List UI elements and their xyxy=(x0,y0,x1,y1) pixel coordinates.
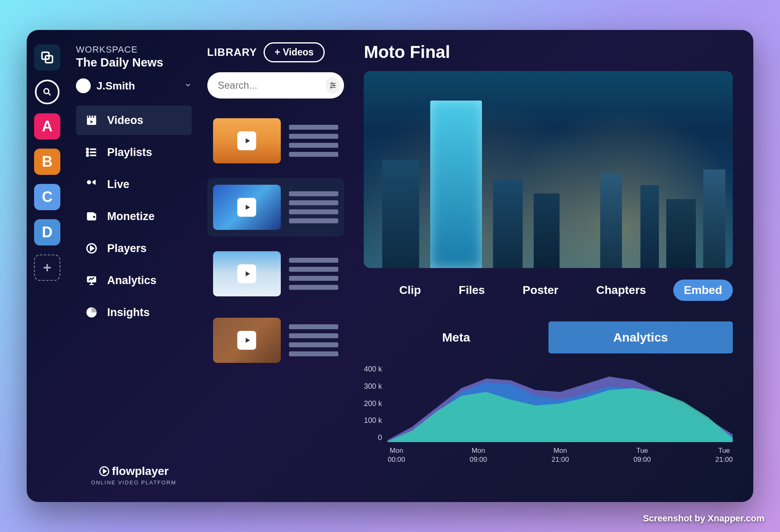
global-search-icon[interactable] xyxy=(35,80,60,104)
play-icon xyxy=(237,264,256,283)
chart-x-axis: Mon00:00Mon09:00Mon21:00Tue09:00Tue21:00 xyxy=(388,444,733,464)
video-meta-placeholder xyxy=(289,318,339,363)
svg-point-14 xyxy=(87,151,88,153)
svg-marker-28 xyxy=(103,470,106,473)
workspace-title: The Daily News xyxy=(76,56,192,69)
svg-marker-37 xyxy=(246,271,250,276)
nav-label: Insights xyxy=(107,306,150,319)
avatar xyxy=(76,78,91,93)
detail-tabs: Meta Analytics xyxy=(364,321,733,353)
svg-point-21 xyxy=(93,216,95,218)
search-input[interactable] xyxy=(218,75,326,96)
workspace-switcher-icon[interactable] xyxy=(34,44,60,71)
nav-monetize[interactable]: Monetize xyxy=(76,202,192,231)
nav-label: Monetize xyxy=(107,210,155,223)
tab-files[interactable]: Files xyxy=(448,280,496,301)
library-item[interactable] xyxy=(207,112,344,170)
svg-rect-9 xyxy=(91,116,92,118)
presentation-icon xyxy=(85,274,98,287)
nav-label: Playlists xyxy=(107,146,152,159)
tab-embed[interactable]: Embed xyxy=(673,280,733,301)
svg-marker-23 xyxy=(91,246,94,250)
video-thumbnail xyxy=(213,118,281,163)
video-preview[interactable] xyxy=(364,71,733,268)
brand-logo: flowplayer xyxy=(76,465,192,478)
chart-body: Mon00:00Mon09:00Mon21:00Tue09:00Tue21:00 xyxy=(388,365,733,459)
add-videos-button[interactable]: + Videos xyxy=(264,42,325,62)
video-thumbnail xyxy=(213,251,281,296)
live-icon xyxy=(85,178,98,191)
clapperboard-icon xyxy=(85,114,98,127)
svg-rect-10 xyxy=(93,116,94,118)
x-tick: Tue21:00 xyxy=(715,446,733,464)
analytics-chart: 400 k 300 k 200 k 100 k 0 Mon00:00Mon09:… xyxy=(364,365,733,459)
nav-analytics[interactable]: Analytics xyxy=(76,266,192,295)
detail-tab-analytics[interactable]: Analytics xyxy=(548,321,733,353)
tab-chapters[interactable]: Chapters xyxy=(585,280,656,301)
video-meta-placeholder xyxy=(289,118,339,163)
list-icon xyxy=(85,146,98,159)
svg-rect-20 xyxy=(87,212,94,214)
chevron-down-icon xyxy=(184,81,192,90)
svg-marker-36 xyxy=(246,205,250,210)
library-item[interactable] xyxy=(207,245,344,303)
nav-label: Players xyxy=(107,242,147,255)
user-name: J.Smith xyxy=(96,80,179,92)
workspace-shortcut-c[interactable]: C xyxy=(34,184,60,210)
pie-icon xyxy=(85,306,98,319)
detail-tab-meta[interactable]: Meta xyxy=(364,321,548,353)
svg-point-18 xyxy=(87,180,91,184)
screenshot-watermark: Screenshot by Xnapper.com xyxy=(643,513,764,524)
nav-label: Videos xyxy=(107,114,143,127)
workspace-label: WORKSPACE xyxy=(76,44,192,55)
library-item[interactable] xyxy=(207,311,344,369)
brand-footer: flowplayer ONLINE VIDEO PLATFORM xyxy=(76,465,192,490)
video-thumbnail xyxy=(213,318,281,363)
video-thumbnail xyxy=(213,185,281,230)
x-tick: Mon21:00 xyxy=(551,446,569,464)
library-header: LIBRARY + Videos xyxy=(207,42,344,62)
app-window: A B C D WORKSPACE The Daily News J.Smith xyxy=(27,30,753,502)
y-tick: 0 xyxy=(378,433,382,442)
tab-poster[interactable]: Poster xyxy=(512,280,569,301)
wallet-icon xyxy=(85,210,98,223)
user-menu[interactable]: J.Smith xyxy=(76,78,192,93)
nav-insights[interactable]: Insights xyxy=(76,298,192,327)
play-circle-icon xyxy=(85,242,98,255)
chart-svg xyxy=(388,365,733,442)
y-tick: 100 k xyxy=(364,416,382,425)
x-tick: Tue09:00 xyxy=(633,446,651,464)
play-icon xyxy=(237,131,256,150)
svg-point-12 xyxy=(87,149,88,150)
add-workspace-button[interactable] xyxy=(34,255,60,281)
workspace-shortcut-b[interactable]: B xyxy=(34,149,60,175)
svg-point-2 xyxy=(44,89,49,94)
svg-point-34 xyxy=(330,87,332,88)
play-icon xyxy=(237,198,256,217)
nav-live[interactable]: Live xyxy=(76,170,192,199)
brand-tagline: ONLINE VIDEO PLATFORM xyxy=(76,479,192,486)
workspace-shortcut-d[interactable]: D xyxy=(34,219,60,245)
sidebar: WORKSPACE The Daily News J.Smith Videos … xyxy=(68,30,200,502)
svg-point-16 xyxy=(87,155,88,156)
workspace-shortcut-a[interactable]: A xyxy=(34,113,60,140)
primary-nav: Videos Playlists Live Monetize xyxy=(76,105,192,327)
main-content: Moto Final Clip Files Poster Chapters Em… xyxy=(351,30,753,502)
nav-label: Live xyxy=(107,178,129,191)
video-meta-placeholder xyxy=(289,251,339,296)
nav-playlists[interactable]: Playlists xyxy=(76,138,192,167)
filter-icon[interactable] xyxy=(326,77,340,94)
svg-rect-8 xyxy=(88,116,89,118)
library-search[interactable] xyxy=(207,72,344,99)
library-panel: LIBRARY + Videos xyxy=(200,30,352,502)
nav-players[interactable]: Players xyxy=(76,234,192,263)
svg-point-32 xyxy=(333,85,335,86)
library-item[interactable] xyxy=(207,178,344,236)
svg-point-30 xyxy=(331,83,333,84)
video-meta-placeholder xyxy=(289,185,339,230)
y-tick: 200 k xyxy=(364,399,382,408)
nav-videos[interactable]: Videos xyxy=(76,105,192,135)
tab-clip[interactable]: Clip xyxy=(388,280,431,301)
video-title: Moto Final xyxy=(364,42,733,62)
chart-y-axis: 400 k 300 k 200 k 100 k 0 xyxy=(364,365,382,459)
